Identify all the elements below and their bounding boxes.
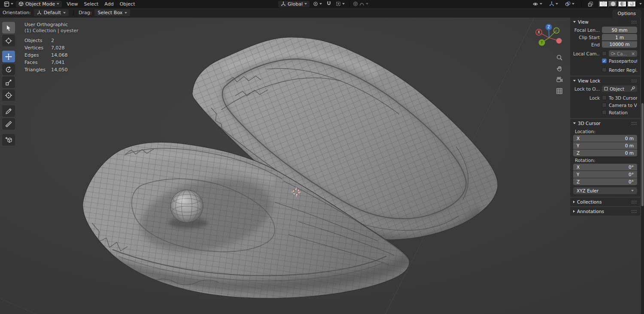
xray-toggle[interactable]	[586, 1, 595, 7]
measure-ruler-icon	[5, 120, 12, 128]
passepartout-checkbox[interactable]: ✓	[602, 58, 607, 63]
lock-to-object-field[interactable]: Object	[602, 85, 637, 92]
snap-settings-dropdown[interactable]	[334, 1, 346, 7]
gizmo-axis-y[interactable]: Y	[539, 40, 545, 46]
gizmo-axis-x[interactable]: X	[536, 29, 542, 35]
panel-view-lock-header[interactable]: View Lock	[570, 76, 640, 85]
tool-rotate[interactable]	[2, 64, 15, 75]
menu-add[interactable]: Add	[101, 0, 116, 8]
panel-3d-cursor-header[interactable]: 3D Cursor	[570, 119, 640, 128]
panel-drag-dots[interactable]	[631, 122, 637, 125]
rotation-mode-dropdown[interactable]: XYZ Euler	[573, 187, 637, 194]
axis-letter: Y	[577, 143, 579, 148]
tool-scale[interactable]	[2, 76, 15, 88]
cursor-location-x[interactable]: X 0 m	[573, 135, 637, 142]
chevron-down-icon	[573, 21, 576, 23]
local-camera-field[interactable]: Ca... ✕	[609, 50, 637, 57]
overlays-dropdown[interactable]	[563, 1, 576, 7]
options-tab[interactable]: Options	[612, 9, 641, 18]
local-camera-value: Ca...	[617, 51, 629, 56]
sidebar-n-panel: View Focal Len... 50 mm Clip Start 1 m E…	[570, 18, 640, 216]
panel-3d-cursor: 3D Cursor Location: X 0 m Y 0 m Z 0	[570, 119, 640, 197]
object-visibility-dropdown[interactable]	[531, 1, 544, 7]
annotate-pencil-icon	[5, 107, 12, 115]
lock-3d-cursor-checkbox[interactable]	[602, 95, 607, 100]
viewport-3d[interactable]: User Orthographic (1) Collection | oyest…	[0, 18, 644, 314]
lock-3d-cursor-label: To 3D Cursor	[609, 95, 637, 101]
editor-type-button[interactable]	[2, 1, 15, 7]
render-region-label: Render Regi...	[609, 67, 637, 73]
render-region-checkbox[interactable]	[602, 67, 607, 72]
gizmo-axis-y-neg[interactable]	[554, 28, 559, 34]
tool-measure[interactable]	[2, 118, 15, 130]
cursor-rotation-z[interactable]: Z 0°	[573, 178, 637, 185]
pearl[interactable]	[170, 190, 203, 223]
panel-view-lock: View Lock Lock to O... Object Lock To	[570, 76, 640, 118]
lock-to-object-value: Object	[610, 86, 629, 91]
tool-annotate[interactable]	[2, 105, 15, 117]
rendered-sphere-icon	[629, 1, 635, 7]
zoom-button[interactable]	[556, 54, 563, 61]
panel-view-header[interactable]: View	[570, 18, 640, 26]
focal-length-field[interactable]: 50 mm	[602, 27, 637, 33]
gizmo-axis-z[interactable]: Z	[546, 24, 552, 30]
context-path: (1) Collection | oyester	[24, 28, 79, 34]
pivot-point-dropdown[interactable]	[311, 1, 324, 7]
navigation-gizmo[interactable]: Z X Y	[532, 20, 569, 58]
stat-value: 7,041	[51, 60, 79, 65]
panel-annotations-header[interactable]: Annotations	[570, 207, 640, 216]
axis-value: 0 m	[625, 136, 634, 141]
proportional-editing-toggle[interactable]	[351, 1, 370, 7]
drag-dropdown[interactable]: Select Box	[94, 9, 130, 16]
shading-solid-button[interactable]	[608, 1, 617, 7]
scene-3d[interactable]	[0, 18, 644, 314]
panel-drag-dots[interactable]	[631, 20, 637, 24]
camera-to-view-checkbox[interactable]	[602, 103, 607, 107]
tool-add-cube[interactable]	[2, 134, 15, 146]
panel-collections-header[interactable]: Collections	[570, 198, 640, 206]
clip-start-field[interactable]: 1 m	[602, 34, 637, 40]
shading-material-button[interactable]	[618, 1, 627, 7]
stat-value: 7,028	[51, 45, 79, 51]
gizmo-axis-x-neg[interactable]	[556, 38, 562, 44]
shading-wireframe-button[interactable]	[599, 1, 608, 7]
tool-move[interactable]	[2, 51, 15, 62]
chevron-down-icon	[366, 3, 368, 5]
cursor-rotation-y[interactable]: Y 0°	[573, 171, 637, 178]
panel-drag-dots[interactable]	[631, 200, 637, 204]
cursor-location-z[interactable]: Z 0 m	[573, 149, 637, 156]
orientation-dropdown[interactable]: Default	[34, 9, 69, 16]
snap-toggle[interactable]	[325, 1, 333, 7]
panel-drag-dots[interactable]	[631, 79, 637, 83]
camera-view-button[interactable]	[556, 76, 563, 83]
scale-icon	[5, 79, 12, 86]
lock-rotation-checkbox[interactable]	[602, 110, 607, 115]
panel-drag-dots[interactable]	[631, 210, 637, 213]
menu-view[interactable]: View	[64, 0, 81, 8]
transform-orientation-dropdown[interactable]: Global	[278, 1, 310, 7]
tool-cursor[interactable]	[2, 35, 15, 46]
clip-end-label: End	[573, 42, 600, 47]
eyedropper-icon[interactable]	[630, 86, 635, 91]
chevron-down-icon	[304, 3, 307, 5]
menu-select[interactable]: Select	[81, 0, 101, 8]
cursor-location-y[interactable]: Y 0 m	[573, 142, 637, 149]
axis-letter: Z	[577, 150, 580, 155]
move-icon	[5, 53, 12, 61]
local-camera-checkbox[interactable]	[602, 51, 607, 56]
viewport-menus: ViewSelectAddObject	[64, 0, 138, 8]
tool-select-box[interactable]	[2, 22, 15, 34]
object-mode-dropdown[interactable]: Object Mode	[16, 1, 62, 7]
gizmos-dropdown[interactable]	[547, 1, 560, 7]
viewport-info-overlay: User Orthographic (1) Collection | oyest…	[24, 22, 79, 73]
cursor-rotation-x[interactable]: X 0°	[573, 164, 637, 171]
menu-object[interactable]: Object	[117, 0, 138, 8]
clear-icon[interactable]: ✕	[631, 51, 635, 56]
clip-end-field[interactable]: 10000 m	[602, 41, 637, 48]
tool-transform[interactable]	[2, 89, 15, 101]
pan-button[interactable]	[556, 65, 563, 72]
shading-rendered-button[interactable]	[627, 1, 636, 7]
toggle-ortho-button[interactable]	[556, 87, 563, 95]
scrollbar-thumb[interactable]	[641, 103, 644, 206]
panel-scrollbar[interactable]	[641, 18, 644, 314]
